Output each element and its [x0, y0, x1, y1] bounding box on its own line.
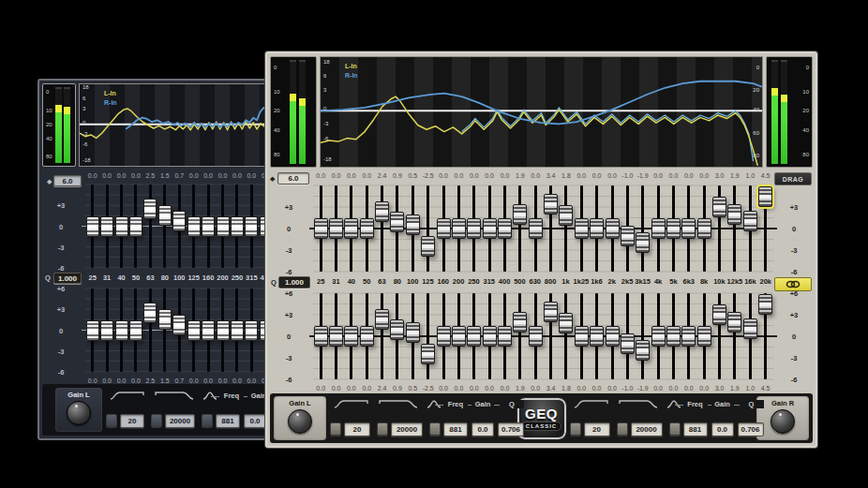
fader-track[interactable] — [381, 185, 383, 272]
fader-cap-315[interactable] — [245, 216, 258, 237]
fader-track[interactable] — [518, 185, 521, 272]
fader-cap-250[interactable] — [231, 320, 244, 341]
fader-cap-6k3[interactable] — [681, 326, 696, 347]
fader-cap-80[interactable] — [158, 309, 172, 330]
bell-enable-button[interactable] — [429, 422, 441, 436]
fader-cap-63[interactable] — [143, 199, 157, 219]
fader-cap-630[interactable] — [529, 326, 543, 347]
bell-gain-display[interactable]: 0.0 — [471, 422, 494, 436]
fader-cap-10k[interactable] — [712, 304, 726, 325]
fader-track[interactable] — [733, 185, 736, 272]
fader-cap-160[interactable] — [202, 216, 215, 237]
fader-track[interactable] — [427, 293, 429, 379]
bell-enable-button[interactable] — [202, 414, 213, 427]
fader-cap-2k5[interactable] — [621, 226, 635, 246]
fader-track[interactable] — [733, 293, 736, 379]
fader-cap-3k15[interactable] — [636, 340, 650, 361]
lp-enable-button[interactable] — [377, 422, 388, 436]
fader-cap-50[interactable] — [360, 218, 374, 239]
bell-gain-display[interactable]: 0.0 — [244, 414, 266, 428]
hp-freq-display[interactable]: 20 — [584, 422, 610, 436]
fader-cap-20k[interactable] — [758, 186, 772, 207]
fader-cap-1k25[interactable] — [575, 218, 589, 239]
fader-cap-2k[interactable] — [606, 218, 620, 239]
bell-q-display[interactable]: 0.706 — [738, 422, 764, 436]
fader-cap-25[interactable] — [314, 218, 328, 239]
fader-cap-315[interactable] — [245, 320, 258, 341]
range-spinner-icon[interactable]: ◆ — [47, 178, 52, 185]
fader-cap-25[interactable] — [86, 216, 99, 237]
hp-enable-button[interactable] — [106, 414, 117, 427]
fader-cap-1k[interactable] — [559, 205, 573, 226]
fader-cap-25[interactable] — [314, 326, 328, 347]
fader-cap-200[interactable] — [217, 320, 230, 341]
fader-cap-63[interactable] — [375, 201, 389, 222]
fader-cap-40[interactable] — [115, 320, 128, 341]
fader-cap-4k[interactable] — [651, 326, 666, 347]
bell-q-display[interactable]: 0.706 — [498, 422, 524, 436]
fader-track[interactable] — [641, 293, 644, 379]
fader-cap-100[interactable] — [172, 315, 186, 335]
range-display[interactable]: 6.0 — [277, 172, 309, 185]
fader-cap-125[interactable] — [187, 320, 201, 341]
fader-cap-250[interactable] — [467, 218, 481, 239]
fader-track[interactable] — [518, 293, 521, 379]
fader-track[interactable] — [163, 185, 166, 268]
fader-cap-5k[interactable] — [666, 326, 681, 347]
fader-track[interactable] — [149, 185, 152, 268]
range-spinner-icon[interactable]: ◆ — [270, 175, 275, 183]
fader-cap-125[interactable] — [421, 344, 435, 364]
range-display[interactable]: 6.0 — [53, 175, 82, 186]
fader-cap-500[interactable] — [513, 204, 527, 225]
hp-enable-button[interactable] — [330, 422, 341, 436]
fader-track[interactable] — [427, 185, 429, 272]
fader-cap-40[interactable] — [344, 218, 358, 239]
fader-cap-63[interactable] — [143, 303, 157, 323]
hp-freq-display[interactable]: 20 — [120, 414, 144, 428]
fader-cap-50[interactable] — [360, 326, 374, 347]
fader-cap-10k[interactable] — [712, 197, 726, 217]
drag-button[interactable]: DRAG — [774, 172, 812, 185]
fader-cap-5k[interactable] — [666, 218, 681, 239]
fader-cap-100[interactable] — [172, 211, 186, 231]
fader-cap-500[interactable] — [513, 312, 527, 333]
fader-cap-100[interactable] — [406, 214, 420, 235]
bell-freq-display[interactable]: 881 — [443, 422, 468, 436]
fader-cap-31[interactable] — [100, 320, 113, 341]
fader-cap-125[interactable] — [421, 236, 435, 257]
gain-l-knob[interactable] — [288, 409, 312, 434]
fader-cap-40[interactable] — [115, 216, 128, 237]
fader-track[interactable] — [564, 293, 567, 379]
fader-cap-40[interactable] — [344, 326, 358, 347]
fader-cap-63[interactable] — [375, 309, 389, 330]
fader-cap-250[interactable] — [231, 216, 244, 237]
q-display[interactable]: 1.000 — [278, 276, 310, 288]
q-display[interactable]: 1.000 — [53, 273, 82, 284]
fader-cap-160[interactable] — [202, 320, 215, 341]
fader-cap-800[interactable] — [544, 194, 558, 214]
fader-cap-630[interactable] — [529, 218, 543, 239]
fader-cap-16k[interactable] — [743, 211, 757, 231]
fader-cap-2k5[interactable] — [621, 333, 635, 354]
gain-l-knob[interactable] — [67, 401, 91, 425]
fader-cap-3k15[interactable] — [636, 232, 650, 253]
fader-track[interactable] — [149, 288, 152, 372]
fader-cap-200[interactable] — [217, 216, 230, 237]
fader-cap-12k5[interactable] — [727, 312, 741, 333]
lp-freq-display[interactable]: 20000 — [391, 422, 423, 436]
fader-cap-80[interactable] — [158, 205, 172, 226]
fader-track[interactable] — [564, 185, 567, 272]
bell-gain-display[interactable]: 0.0 — [711, 422, 734, 436]
fader-cap-315[interactable] — [483, 326, 497, 347]
fader-cap-80[interactable] — [390, 212, 404, 232]
lp-enable-button[interactable] — [617, 422, 628, 436]
fader-cap-4k[interactable] — [651, 218, 666, 239]
link-channels-button[interactable] — [774, 277, 812, 291]
fader-cap-200[interactable] — [452, 218, 466, 239]
lp-freq-display[interactable]: 20000 — [165, 414, 195, 428]
fader-track[interactable] — [381, 293, 383, 379]
fader-track[interactable] — [163, 288, 166, 372]
gain-r-knob[interactable] — [771, 409, 795, 434]
fader-cap-1k6[interactable] — [590, 218, 604, 239]
lp-freq-display[interactable]: 20000 — [631, 422, 663, 436]
